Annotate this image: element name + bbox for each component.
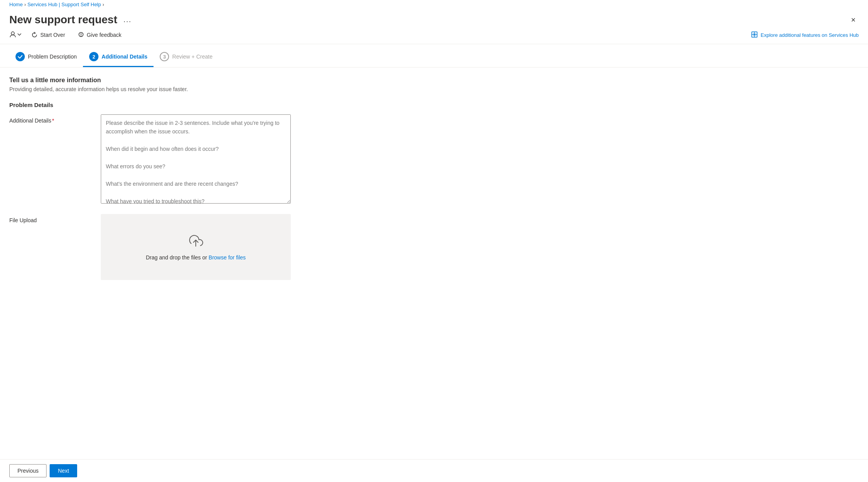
step-review-create[interactable]: 3 Review + Create — [154, 49, 219, 67]
give-feedback-button[interactable]: Give feedback — [74, 30, 125, 40]
chevron-down-icon — [17, 32, 22, 38]
step-additional-details[interactable]: 2 Additional Details — [83, 49, 154, 67]
explore-icon — [751, 31, 758, 39]
breadcrumb-services-hub[interactable]: Services Hub | Support Self Help — [28, 2, 101, 7]
upload-text: Drag and drop the files or Browse for fi… — [146, 254, 246, 261]
step2-circle: 2 — [89, 52, 98, 61]
explore-features-link[interactable]: Explore additional features on Services … — [751, 31, 859, 39]
toolbar-left: Start Over Give feedback — [9, 30, 124, 40]
additional-details-row: Additional Details* — [9, 114, 859, 205]
user-icon — [9, 31, 16, 39]
ellipsis-button[interactable]: ... — [121, 14, 134, 26]
step2-label: Additional Details — [102, 54, 147, 60]
wizard-steps: Problem Description 2 Additional Details… — [0, 44, 868, 67]
additional-details-input[interactable] — [101, 114, 291, 204]
breadcrumb: Home › Services Hub | Support Self Help … — [0, 0, 868, 10]
next-button[interactable]: Next — [50, 464, 77, 477]
refresh-icon — [31, 31, 38, 38]
browse-files-link[interactable]: Browse for files — [209, 254, 246, 261]
step3-circle: 3 — [160, 52, 169, 61]
section-title: Tell us a little more information — [9, 77, 859, 84]
give-feedback-label: Give feedback — [87, 32, 122, 38]
file-upload-zone[interactable]: Drag and drop the files or Browse for fi… — [101, 214, 291, 280]
file-upload-row: File Upload Drag and drop the files or B… — [9, 214, 859, 280]
step-problem-description[interactable]: Problem Description — [9, 49, 83, 67]
breadcrumb-home[interactable]: Home — [9, 2, 23, 7]
step1-circle — [16, 52, 25, 61]
start-over-button[interactable]: Start Over — [28, 30, 68, 40]
main-content: Tell us a little more information Provid… — [0, 67, 868, 459]
file-upload-label: File Upload — [9, 214, 95, 223]
additional-details-control — [101, 114, 291, 205]
step3-label: Review + Create — [172, 54, 212, 60]
page-title: New support request — [9, 14, 117, 26]
start-over-label: Start Over — [40, 32, 65, 38]
file-upload-control: Drag and drop the files or Browse for fi… — [101, 214, 291, 280]
svg-point-0 — [11, 32, 14, 35]
user-menu[interactable] — [9, 31, 22, 39]
previous-button[interactable]: Previous — [9, 464, 47, 477]
toolbar: Start Over Give feedback Explore additio… — [0, 28, 868, 44]
additional-details-label: Additional Details* — [9, 114, 95, 124]
step1-label: Problem Description — [28, 54, 77, 60]
breadcrumb-sep2: › — [103, 2, 104, 7]
required-indicator: * — [52, 117, 54, 124]
breadcrumb-sep1: › — [24, 2, 26, 7]
section-subtitle: Providing detailed, accurate information… — [9, 86, 859, 92]
explore-features-label: Explore additional features on Services … — [761, 32, 859, 38]
title-bar: New support request ... × — [0, 10, 868, 28]
footer: Previous Next — [0, 459, 868, 482]
close-button[interactable]: × — [848, 14, 859, 26]
problem-details-title: Problem Details — [9, 102, 859, 108]
upload-cloud-icon — [186, 234, 205, 251]
feedback-icon — [78, 31, 85, 38]
title-bar-left: New support request ... — [9, 14, 134, 26]
